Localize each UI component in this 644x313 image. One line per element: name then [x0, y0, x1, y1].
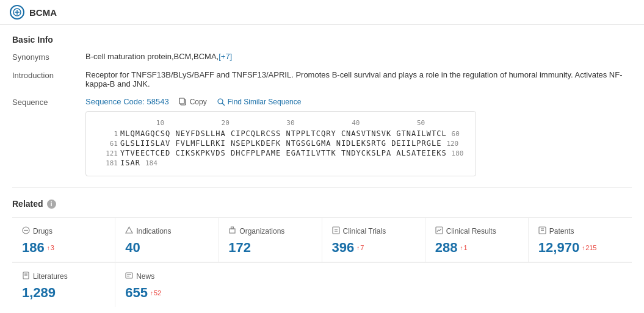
trend-indicator: ↑52: [150, 289, 161, 297]
svg-rect-10: [231, 227, 234, 229]
related-item-value: 655↑52: [125, 285, 209, 301]
seq-line-121: 121 YTVEECTCED CIKSKPKVDS DHCFPLPAME EGA…: [96, 149, 466, 157]
related-item-value: 12,970↑215: [538, 240, 622, 256]
organizations-icon: [228, 226, 236, 236]
svg-rect-21: [126, 273, 132, 278]
related-item-label: Organizations: [228, 226, 311, 236]
synonyms-badge-link[interactable]: [+7]: [219, 52, 232, 61]
related-item-patents[interactable]: Patents12,970↑215: [529, 218, 632, 262]
related-item-label: Clinical Results: [435, 226, 518, 236]
synonyms-row: Synonyms B-cell maturation protein,BCM,B…: [12, 52, 632, 62]
sequence-ruler: 10 20 30 40 50: [96, 119, 466, 127]
related-item-literatures[interactable]: Literatures1,289: [12, 263, 115, 307]
top-bar: BCMA: [0, 0, 644, 25]
svg-rect-11: [333, 227, 339, 234]
sequence-row: Sequence Sequence Code: 58543 Copy Fi: [12, 97, 632, 176]
related-item-label: Literatures: [22, 272, 105, 281]
sequence-actions: Sequence Code: 58543 Copy Find Similar S…: [85, 97, 632, 106]
sequence-content: Sequence Code: 58543 Copy Find Similar S…: [85, 97, 632, 176]
find-similar-icon: [217, 98, 225, 106]
patents-icon: [538, 226, 546, 236]
clinical results-icon: [435, 226, 443, 236]
synonyms-text: B-cell maturation protein,BCM,BCMA,: [85, 52, 219, 61]
related-info-icon[interactable]: i: [47, 200, 56, 209]
seq-line-1: 1 MLQMAGQCSQ NEYFDSLLHA CIPCQLRCSS NTPPL…: [96, 129, 466, 138]
related-item-value: 40: [125, 240, 208, 256]
related-item-value: 1,289: [22, 285, 105, 301]
sequence-box: 10 20 30 40 50 1 MLQMAGQCSQ NEYFDSLLHA C…: [85, 111, 476, 176]
svg-rect-9: [230, 229, 235, 233]
related-item-clinical-trials[interactable]: Clinical Trials396↑7: [322, 218, 425, 262]
related-item-value: 288↑1: [435, 240, 518, 256]
related-item-organizations[interactable]: Organizations172: [219, 218, 322, 262]
sequence-code-link[interactable]: Sequence Code: 58543: [85, 97, 169, 106]
related-item-label: Indications: [125, 226, 208, 236]
related-item-value: 396↑7: [332, 240, 415, 256]
seq-line-61: 61 GLSLIISLAV FVLMFLLRKI NSEPLKDEFK NTGS…: [96, 139, 466, 148]
clinical trials-icon: [332, 226, 340, 236]
related-item-clinical-results[interactable]: Clinical Results288↑1: [425, 218, 529, 262]
main-content: Basic Info Synonyms B-cell maturation pr…: [0, 25, 644, 313]
basic-info-title: Basic Info: [12, 35, 632, 45]
svg-point-5: [218, 99, 223, 104]
copy-icon: [179, 98, 187, 106]
page-title: BCMA: [29, 7, 57, 18]
trend-indicator: ↑1: [460, 244, 467, 251]
related-item-indications[interactable]: Indications40: [115, 218, 219, 262]
synonyms-label: Synonyms: [12, 52, 85, 62]
news-icon: [125, 272, 133, 281]
related-item-value: 186↑3: [22, 240, 105, 256]
introduction-text: Receptor for TNFSF13B/BLyS/BAFF and TNFS…: [85, 70, 632, 88]
bcma-icon: [10, 5, 24, 20]
drugs-icon: [22, 226, 30, 236]
related-grid-row2: Literatures1,289News655↑52: [12, 262, 632, 307]
related-grid-row1: Drugs186↑3Indications40Organizations172C…: [12, 217, 632, 262]
find-similar-button[interactable]: Find Similar Sequence: [217, 98, 302, 106]
trend-indicator: ↑3: [47, 244, 54, 251]
related-item-news[interactable]: News655↑52: [115, 263, 219, 307]
introduction-label: Introduction: [12, 70, 85, 80]
svg-line-6: [222, 103, 225, 106]
sequence-label: Sequence: [12, 97, 85, 107]
related-item-value: 172: [228, 240, 311, 256]
trend-indicator: ↑215: [582, 244, 596, 251]
svg-rect-4: [179, 98, 184, 104]
related-item-drugs[interactable]: Drugs186↑3: [12, 218, 115, 262]
synonyms-value: B-cell maturation protein,BCM,BCMA,[+7]: [85, 52, 632, 61]
introduction-row: Introduction Receptor for TNFSF13B/BLyS/…: [12, 70, 632, 88]
copy-button[interactable]: Copy: [179, 98, 207, 106]
related-item-label: Patents: [538, 226, 622, 236]
related-item-label: Drugs: [22, 226, 105, 236]
indications-icon: [125, 226, 133, 236]
related-item-label: News: [125, 272, 209, 281]
related-title: Related i: [12, 199, 632, 209]
seq-line-181: 181 ISAR 184: [96, 159, 466, 167]
related-item-label: Clinical Trials: [332, 226, 415, 236]
trend-indicator: ↑7: [356, 244, 364, 251]
section-divider: [12, 187, 632, 188]
literatures-icon: [22, 272, 30, 281]
